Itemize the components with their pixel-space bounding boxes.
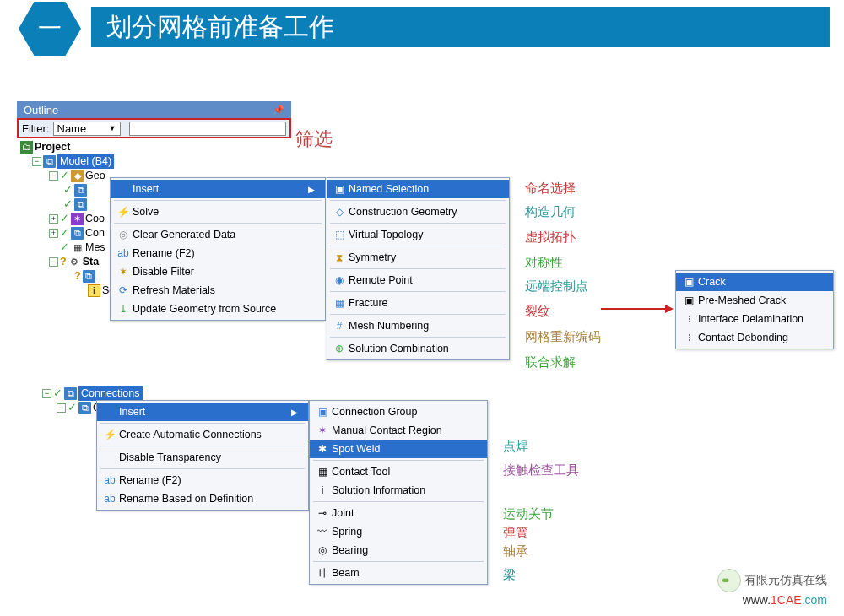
model-context-menu: Insert▶ ⚡Solve ◎Clear Generated Data abR… bbox=[110, 177, 326, 321]
footer-brand: 有限元仿真在线 www.1CAE.com bbox=[717, 569, 827, 608]
ctx2-create-auto[interactable]: ⚡Create Automatic Connections bbox=[97, 425, 308, 444]
rename-def-icon: ab bbox=[100, 493, 119, 505]
sub-named-selection[interactable]: ▣Named Selection bbox=[327, 180, 509, 198]
sub-mesh-numbering[interactable]: #Mesh Numbering bbox=[327, 316, 509, 335]
frac-interface-label: Interface Delamination bbox=[698, 313, 803, 325]
arrow-icon bbox=[601, 302, 674, 316]
sub-symmetry[interactable]: ⧗Symmetry bbox=[327, 248, 509, 267]
footer-brand-label: 有限元仿真在线 bbox=[744, 573, 827, 586]
collapse-icon[interactable]: − bbox=[49, 171, 58, 181]
project-icon: 🗂 bbox=[20, 141, 33, 154]
fracture-icon: ▦ bbox=[330, 297, 349, 309]
ins2-manual-contact[interactable]: ✶Manual Contact Region bbox=[310, 421, 487, 440]
static-icon: ⚙ bbox=[68, 256, 81, 268]
sub-solution-combination[interactable]: ⊕Solution Combination bbox=[327, 339, 509, 358]
outline-header-label: Outline bbox=[24, 104, 58, 116]
ins2-contact-tool[interactable]: ▦Contact Tool bbox=[310, 462, 487, 481]
collapse-icon[interactable]: − bbox=[57, 403, 66, 413]
ctx-refresh[interactable]: ⟳Refresh Materials bbox=[111, 281, 325, 300]
tree-model[interactable]: − ⧉ Model (B4) bbox=[20, 154, 291, 169]
ctx2-insert-label: Insert bbox=[119, 406, 145, 418]
ins2-joint-label: Joint bbox=[332, 507, 354, 519]
ctx2-disable-trans-label: Disable Transparency bbox=[119, 451, 221, 463]
ins2-joint[interactable]: ⊸Joint bbox=[310, 504, 487, 522]
tree-project[interactable]: 🗂Project bbox=[20, 140, 291, 154]
filter-select[interactable]: Name▼ bbox=[53, 122, 121, 136]
collapse-icon[interactable]: − bbox=[42, 389, 51, 398]
collapse-icon[interactable]: − bbox=[32, 157, 41, 166]
tree2-connections[interactable]: −✓⧉Connections bbox=[42, 386, 143, 401]
ctx2-create-auto-label: Create Automatic Connections bbox=[119, 429, 262, 440]
construction-icon: ◇ bbox=[330, 206, 349, 218]
ctx-disable-filter[interactable]: ✶Disable Filter bbox=[111, 262, 325, 281]
frac-debond[interactable]: ⸽Contact Debonding bbox=[676, 328, 833, 347]
expand-icon[interactable]: + bbox=[49, 229, 58, 238]
ins2-spot-weld[interactable]: ✱Spot Weld bbox=[310, 440, 487, 458]
ins2-spring-label: Spring bbox=[332, 526, 362, 538]
annot2-spot-weld: 点焊 bbox=[503, 439, 528, 455]
ctx-clear-label: Clear Generated Data bbox=[133, 229, 235, 240]
annot-fracture: 裂纹 bbox=[525, 304, 550, 320]
ins2-beam[interactable]: 〢Beam bbox=[310, 564, 487, 582]
check-icon: ✓ bbox=[63, 197, 73, 212]
rename-icon: ab bbox=[100, 474, 119, 486]
ctx-insert[interactable]: Insert▶ bbox=[111, 180, 325, 198]
collapse-icon[interactable]: − bbox=[49, 257, 58, 267]
ctx-solve[interactable]: ⚡Solve bbox=[111, 203, 325, 221]
ctx-refresh-label: Refresh Materials bbox=[133, 284, 215, 296]
geometry-icon: ◆ bbox=[71, 170, 84, 182]
sub-virtual-topology[interactable]: ⬚Virtual Topology bbox=[327, 225, 509, 244]
connections-context-menu: Insert▶ ⚡Create Automatic Connections Di… bbox=[96, 400, 309, 511]
symmetry-icon: ⧗ bbox=[330, 251, 349, 263]
ctx-update-geom-label: Update Geometry from Source bbox=[133, 303, 276, 315]
filter-input[interactable] bbox=[129, 122, 287, 136]
rename-icon: ab bbox=[114, 247, 133, 259]
annot-named-selection: 命名选择 bbox=[525, 181, 576, 197]
update-icon: ⤓ bbox=[114, 303, 133, 315]
filter-icon: ✶ bbox=[114, 266, 133, 278]
section-title-text: 划分网格前准备工作 bbox=[106, 10, 334, 45]
frac-crack[interactable]: ▣Crack bbox=[676, 273, 833, 291]
filter-label: Filter: bbox=[22, 122, 50, 135]
annot-remote-point: 远端控制点 bbox=[525, 278, 588, 294]
annot-symmetry: 对称性 bbox=[525, 255, 563, 271]
sub-construction-geometry[interactable]: ◇Construction Geometry bbox=[327, 203, 509, 221]
ins2-solution-info[interactable]: iSolution Information bbox=[310, 481, 487, 500]
tree2-connections-label: Connections bbox=[78, 386, 143, 401]
ctx-rename[interactable]: abRename (F2) bbox=[111, 244, 325, 262]
expand-icon[interactable]: + bbox=[49, 214, 58, 224]
chevron-right-icon: ▶ bbox=[291, 408, 298, 417]
ins2-spot-weld-label: Spot Weld bbox=[332, 443, 380, 455]
chevron-right-icon: ▶ bbox=[308, 185, 315, 194]
ctx-clear[interactable]: ◎Clear Generated Data bbox=[111, 225, 325, 244]
check-icon: ✓ bbox=[60, 212, 69, 226]
beam-icon: 〢 bbox=[313, 566, 332, 581]
pin-icon[interactable]: 📌 bbox=[273, 105, 284, 116]
ctx2-rename-label: Rename (F2) bbox=[119, 474, 181, 486]
frac-premeshed[interactable]: ▣Pre-Meshed Crack bbox=[676, 291, 833, 310]
frac-premeshed-label: Pre-Meshed Crack bbox=[698, 294, 786, 306]
ctx-update-geom[interactable]: ⤓Update Geometry from Source bbox=[111, 300, 325, 318]
ctx2-rename-def[interactable]: abRename Based on Definition bbox=[97, 489, 308, 508]
ctx-rename-label: Rename (F2) bbox=[133, 247, 195, 259]
filter-row[interactable]: Filter: Name▼ bbox=[17, 118, 291, 138]
frac-interface[interactable]: ⸽Interface Delamination bbox=[676, 310, 833, 328]
bearing-icon: ◎ bbox=[313, 544, 332, 556]
check-icon: ✓ bbox=[63, 183, 73, 197]
ctx2-disable-trans[interactable]: Disable Transparency bbox=[97, 448, 308, 467]
sub-constr-geom-label: Construction Geometry bbox=[349, 206, 457, 218]
ins2-connection-group[interactable]: ▣Connection Group bbox=[310, 403, 487, 421]
ctx2-rename[interactable]: abRename (F2) bbox=[97, 471, 308, 489]
sub-fracture-label: Fracture bbox=[349, 297, 388, 309]
section-badge: 一 bbox=[19, 2, 81, 56]
ctx-insert-label: Insert bbox=[133, 183, 159, 195]
body-icon: ⧉ bbox=[74, 198, 87, 211]
solution-icon: ⧉ bbox=[83, 270, 95, 283]
ctx-disable-filter-label: Disable Filter bbox=[133, 266, 194, 278]
ins2-bearing[interactable]: ◎Bearing bbox=[310, 541, 487, 559]
sub-remote-point[interactable]: ◉Remote Point bbox=[327, 271, 509, 289]
sub-fracture[interactable]: ▦Fracture bbox=[327, 294, 509, 312]
ctx2-insert[interactable]: Insert▶ bbox=[97, 403, 308, 421]
info-icon: i bbox=[313, 484, 332, 496]
ins2-spring[interactable]: 〰Spring bbox=[310, 522, 487, 541]
